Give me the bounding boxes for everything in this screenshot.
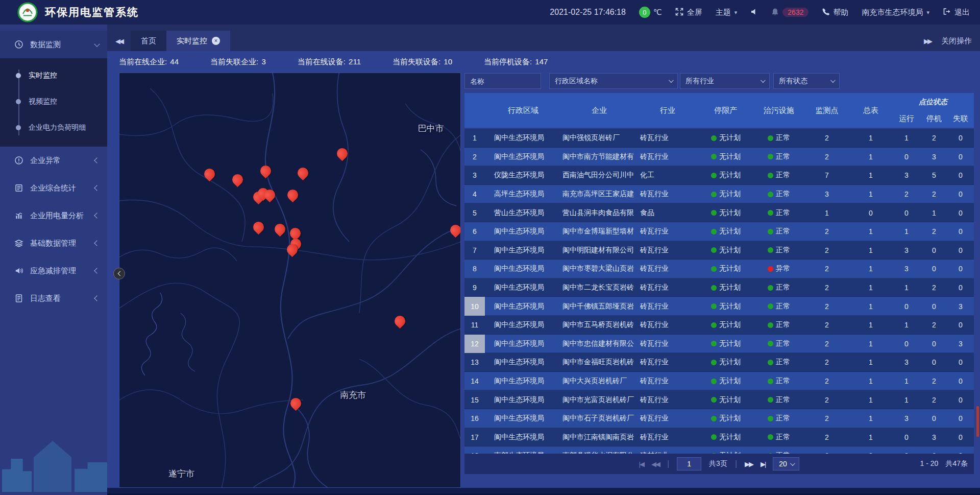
- status-text: 正常: [776, 227, 790, 236]
- status-dot: [711, 247, 717, 253]
- table-row[interactable]: 4高坪生态环境局南充市高坪区王家店建砖瓦行业无计划正常31220: [464, 185, 974, 204]
- table-row[interactable]: 9阆中生态环境局阆中市二龙长宝页岩砖砖瓦行业无计划正常21120: [464, 278, 974, 297]
- cell-company: 阆中市五马桥页岩机砖: [561, 320, 637, 329]
- table-row[interactable]: 17阆中生态环境局阆中市江南镇阆南页岩砖瓦行业无计划正常21030: [464, 428, 974, 447]
- help-button[interactable]: 帮助: [822, 8, 848, 17]
- page-size-select[interactable]: 20: [773, 457, 799, 470]
- row-index: 13: [464, 353, 485, 372]
- theme-dropdown[interactable]: 主题 ▾: [716, 8, 738, 17]
- mute-button[interactable]: [750, 8, 758, 17]
- cell-region: 营山生态环境局: [485, 208, 561, 218]
- cell-run: 0: [892, 433, 921, 441]
- filter-bar: 行政区域名称 所有行业 所有状态: [464, 73, 840, 89]
- cell-company: 营山县润丰肉食品有限: [561, 208, 637, 218]
- cell-company: 阆中市二龙长宝页岩砖: [561, 283, 637, 292]
- record-range-summary: 1 - 20 共47条: [920, 459, 968, 468]
- sidebar-item-power-analysis[interactable]: 企业用电量分析: [0, 202, 107, 229]
- sidebar-item-base-data[interactable]: 基础数据管理: [0, 229, 107, 257]
- table-row[interactable]: 1阆中生态环境局阆中强锐页岩砖厂砖瓦行业无计划正常21120: [464, 129, 974, 148]
- cell-meter: 0: [849, 209, 892, 217]
- cell-lost: 0: [947, 209, 974, 217]
- cell-run: 3: [892, 171, 921, 179]
- cell-limit-status: 无计划: [698, 302, 753, 311]
- name-filter-input[interactable]: [464, 73, 541, 89]
- table-row[interactable]: 8阆中生态环境局阆中市枣碧大梁山页岩砖瓦行业无计划异常21300: [464, 260, 974, 278]
- table-row[interactable]: 16阆中生态环境局阆中市石子页岩机砖厂砖瓦行业无计划正常21300: [464, 409, 974, 428]
- tabs-scroll-right-button[interactable]: ▶▶: [924, 37, 931, 45]
- fullscreen-button[interactable]: 全屏: [675, 8, 702, 17]
- sidebar-subitem-power-load-detail[interactable]: 企业电力负荷明细: [0, 114, 107, 140]
- cell-company: 阆中强锐页岩砖厂: [561, 133, 637, 143]
- cell-company: 南充市高坪区王家店建: [561, 190, 637, 199]
- table-row[interactable]: 5营山生态环境局营山县润丰肉食品有限食品无计划正常10010: [464, 203, 974, 222]
- table-row[interactable]: 7阆中生态环境局阆中明阳建材有限公司砖瓦行业无计划正常21300: [464, 241, 974, 260]
- collapse-sidebar-button[interactable]: [113, 268, 125, 279]
- tab-home[interactable]: 首页: [131, 31, 166, 51]
- sidebar-subitem-label: 视频监控: [29, 97, 57, 106]
- status-dot: [768, 247, 773, 253]
- industry-filter-select[interactable]: 所有行业: [680, 73, 770, 89]
- first-page-button[interactable]: |◀: [639, 460, 644, 468]
- tab-area: ◀◀ 首页实时监控×: [107, 31, 230, 51]
- scrollbar-thumb[interactable]: [976, 406, 979, 437]
- row-index: 1: [464, 129, 485, 148]
- status-text: 正常: [776, 171, 790, 180]
- cell-region: 阆中生态环境局: [485, 264, 561, 273]
- close-operations-button[interactable]: 关闭操作: [941, 36, 972, 46]
- tabs-scroll-left-button[interactable]: ◀◀: [107, 31, 131, 51]
- status-filter-select[interactable]: 所有状态: [773, 73, 840, 89]
- status-dot: [768, 360, 773, 365]
- logout-button[interactable]: 退出: [943, 8, 970, 17]
- col-region: 行政区域: [485, 93, 561, 128]
- status-dot: [711, 303, 717, 309]
- table-row[interactable]: 3仪陇生态环境局西南油气田分公司川中化工无计划正常71350: [464, 166, 974, 185]
- cell-facility-status: 正常: [753, 246, 804, 255]
- row-index: 6: [464, 222, 485, 241]
- cell-meter: 1: [849, 153, 892, 161]
- page-number-input[interactable]: 1: [677, 457, 701, 470]
- cell-run: 1: [892, 321, 921, 329]
- sidebar-item-data-monitor[interactable]: 数据监测: [0, 31, 107, 58]
- chevron-down-icon: ▾: [734, 9, 738, 16]
- stat-label: 当前在线设备:: [298, 57, 348, 66]
- status-dot: [711, 341, 717, 346]
- sidebar-subitem-video-monitor[interactable]: 视频监控: [0, 88, 107, 114]
- status-text: 无计划: [719, 264, 741, 273]
- next-page-button[interactable]: ▶▶: [745, 460, 753, 468]
- cell-meter: 1: [849, 414, 892, 422]
- previous-page-button[interactable]: ◀◀: [651, 460, 659, 468]
- table-row[interactable]: 18南部生态环境局南部县砚华水泥有限公建材行业无计划正常60060: [464, 446, 974, 454]
- user-dropdown[interactable]: 南充市生态环境局 ▾: [862, 8, 929, 17]
- tab-realtime-monitor[interactable]: 实时监控×: [166, 31, 230, 51]
- close-icon[interactable]: ×: [212, 37, 220, 45]
- table-row[interactable]: 2阆中生态环境局阆中市南方节能建材有砖瓦行业无计划正常21030: [464, 148, 974, 167]
- chevron-down-icon: [94, 41, 100, 47]
- cell-stop: 2: [921, 377, 947, 385]
- sidebar-item-log-view[interactable]: 日志查看: [0, 285, 107, 312]
- tab-list: 首页实时监控×: [131, 31, 230, 51]
- stat-item: 当前失联设备: 10: [393, 57, 452, 67]
- table-row[interactable]: 11阆中生态环境局阆中市五马桥页岩机砖砖瓦行业无计划正常21120: [464, 316, 974, 335]
- sidebar-item-emergency-reduction[interactable]: 应急减排管理: [0, 257, 107, 285]
- status-dot: [768, 266, 773, 272]
- sidebar: 数据监测实时监控视频监控企业电力负荷明细企业异常企业综合统计企业用电量分析基础数…: [0, 25, 107, 495]
- row-index: 5: [464, 203, 485, 222]
- table-row[interactable]: 6阆中生态环境局阆中市金博瑞新型墙材砖瓦行业无计划正常21120: [464, 222, 974, 241]
- cell-region: 阆中生态环境局: [485, 395, 561, 405]
- col-company: 企业: [561, 93, 637, 128]
- cell-region: 阆中生态环境局: [485, 302, 561, 311]
- map-panel[interactable]: 巴中市南充市遂宁市: [119, 73, 461, 488]
- sidebar-item-enterprise-abnormal[interactable]: 企业异常: [0, 147, 107, 174]
- cell-company: 阆中市忠信建材有限公: [561, 339, 637, 348]
- table-row[interactable]: 10阆中生态环境局阆中千佛镇五郎垭页岩砖瓦行业无计划正常21003: [464, 297, 974, 316]
- table-row[interactable]: 14阆中生态环境局阆中大兴页岩机砖厂砖瓦行业无计划正常21120: [464, 372, 974, 391]
- chevron-down-icon: [669, 78, 674, 83]
- table-row[interactable]: 15阆中生态环境局阆中市光富页岩机砖厂砖瓦行业无计划正常21120: [464, 390, 974, 409]
- sidebar-item-enterprise-stats[interactable]: 企业综合统计: [0, 174, 107, 202]
- region-filter-select[interactable]: 行政区域名称: [549, 73, 678, 89]
- sidebar-subitem-realtime-monitor[interactable]: 实时监控: [0, 62, 107, 88]
- notifications[interactable]: 2632: [771, 8, 808, 17]
- table-row[interactable]: 13阆中生态环境局阆中市金福旺页岩机砖砖瓦行业无计划正常21300: [464, 353, 974, 372]
- table-row[interactable]: 12阆中生态环境局阆中市忠信建材有限公砖瓦行业无计划正常21003: [464, 335, 974, 353]
- last-page-button[interactable]: ▶|: [761, 460, 765, 468]
